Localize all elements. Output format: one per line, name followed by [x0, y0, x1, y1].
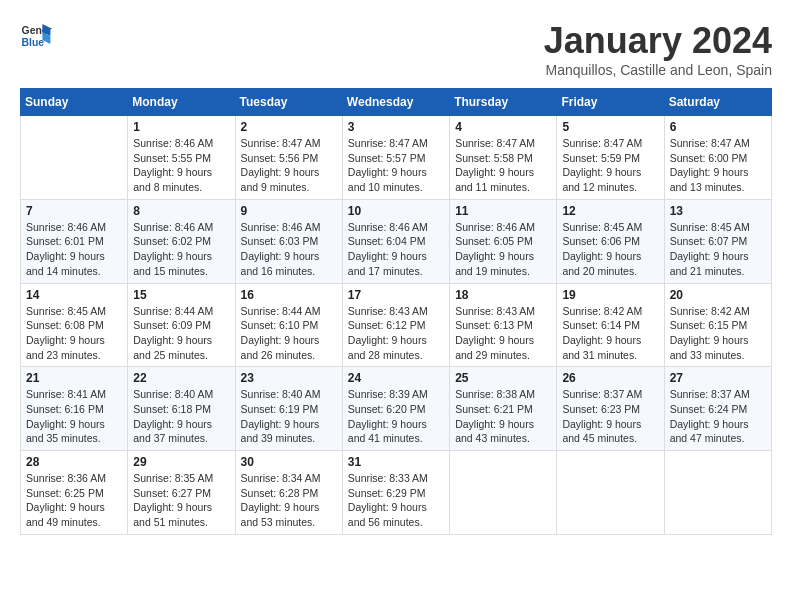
daylight-text: Daylight: 9 hours and 13 minutes.: [670, 165, 766, 194]
header-tuesday: Tuesday: [235, 89, 342, 116]
day-info: Sunrise: 8:47 AMSunset: 5:57 PMDaylight:…: [348, 136, 444, 195]
table-cell: 16Sunrise: 8:44 AMSunset: 6:10 PMDayligh…: [235, 283, 342, 367]
sunset-text: Sunset: 6:03 PM: [241, 234, 337, 249]
sunrise-text: Sunrise: 8:38 AM: [455, 387, 551, 402]
day-info: Sunrise: 8:40 AMSunset: 6:18 PMDaylight:…: [133, 387, 229, 446]
table-cell: 23Sunrise: 8:40 AMSunset: 6:19 PMDayligh…: [235, 367, 342, 451]
sunset-text: Sunset: 5:55 PM: [133, 151, 229, 166]
day-number: 10: [348, 204, 444, 218]
day-info: Sunrise: 8:46 AMSunset: 5:55 PMDaylight:…: [133, 136, 229, 195]
sunrise-text: Sunrise: 8:46 AM: [348, 220, 444, 235]
daylight-text: Daylight: 9 hours and 39 minutes.: [241, 417, 337, 446]
table-cell: 29Sunrise: 8:35 AMSunset: 6:27 PMDayligh…: [128, 451, 235, 535]
week-row-5: 28Sunrise: 8:36 AMSunset: 6:25 PMDayligh…: [21, 451, 772, 535]
table-cell: 22Sunrise: 8:40 AMSunset: 6:18 PMDayligh…: [128, 367, 235, 451]
header-sunday: Sunday: [21, 89, 128, 116]
table-cell: 27Sunrise: 8:37 AMSunset: 6:24 PMDayligh…: [664, 367, 771, 451]
sunset-text: Sunset: 6:05 PM: [455, 234, 551, 249]
sunrise-text: Sunrise: 8:34 AM: [241, 471, 337, 486]
daylight-text: Daylight: 9 hours and 12 minutes.: [562, 165, 658, 194]
sunset-text: Sunset: 5:58 PM: [455, 151, 551, 166]
daylight-text: Daylight: 9 hours and 47 minutes.: [670, 417, 766, 446]
table-cell: 1Sunrise: 8:46 AMSunset: 5:55 PMDaylight…: [128, 116, 235, 200]
daylight-text: Daylight: 9 hours and 51 minutes.: [133, 500, 229, 529]
day-number: 5: [562, 120, 658, 134]
day-info: Sunrise: 8:44 AMSunset: 6:09 PMDaylight:…: [133, 304, 229, 363]
table-cell: 18Sunrise: 8:43 AMSunset: 6:13 PMDayligh…: [450, 283, 557, 367]
sunrise-text: Sunrise: 8:37 AM: [562, 387, 658, 402]
daylight-text: Daylight: 9 hours and 20 minutes.: [562, 249, 658, 278]
day-number: 8: [133, 204, 229, 218]
table-cell: 7Sunrise: 8:46 AMSunset: 6:01 PMDaylight…: [21, 199, 128, 283]
sunset-text: Sunset: 6:13 PM: [455, 318, 551, 333]
day-number: 11: [455, 204, 551, 218]
sunrise-text: Sunrise: 8:45 AM: [562, 220, 658, 235]
daylight-text: Daylight: 9 hours and 29 minutes.: [455, 333, 551, 362]
sunrise-text: Sunrise: 8:36 AM: [26, 471, 122, 486]
daylight-text: Daylight: 9 hours and 19 minutes.: [455, 249, 551, 278]
title-section: January 2024 Manquillos, Castille and Le…: [544, 20, 772, 78]
svg-text:Blue: Blue: [22, 37, 45, 48]
sunset-text: Sunset: 6:19 PM: [241, 402, 337, 417]
sunrise-text: Sunrise: 8:41 AM: [26, 387, 122, 402]
daylight-text: Daylight: 9 hours and 21 minutes.: [670, 249, 766, 278]
daylight-text: Daylight: 9 hours and 31 minutes.: [562, 333, 658, 362]
daylight-text: Daylight: 9 hours and 26 minutes.: [241, 333, 337, 362]
sunset-text: Sunset: 6:12 PM: [348, 318, 444, 333]
sunset-text: Sunset: 6:06 PM: [562, 234, 658, 249]
table-cell: 20Sunrise: 8:42 AMSunset: 6:15 PMDayligh…: [664, 283, 771, 367]
day-info: Sunrise: 8:38 AMSunset: 6:21 PMDaylight:…: [455, 387, 551, 446]
day-number: 16: [241, 288, 337, 302]
week-row-1: 1Sunrise: 8:46 AMSunset: 5:55 PMDaylight…: [21, 116, 772, 200]
day-info: Sunrise: 8:43 AMSunset: 6:12 PMDaylight:…: [348, 304, 444, 363]
day-info: Sunrise: 8:45 AMSunset: 6:08 PMDaylight:…: [26, 304, 122, 363]
day-number: 29: [133, 455, 229, 469]
day-info: Sunrise: 8:42 AMSunset: 6:14 PMDaylight:…: [562, 304, 658, 363]
day-number: 23: [241, 371, 337, 385]
day-info: Sunrise: 8:47 AMSunset: 5:59 PMDaylight:…: [562, 136, 658, 195]
day-number: 6: [670, 120, 766, 134]
daylight-text: Daylight: 9 hours and 37 minutes.: [133, 417, 229, 446]
sunset-text: Sunset: 6:10 PM: [241, 318, 337, 333]
sunset-text: Sunset: 6:29 PM: [348, 486, 444, 501]
header-thursday: Thursday: [450, 89, 557, 116]
week-row-2: 7Sunrise: 8:46 AMSunset: 6:01 PMDaylight…: [21, 199, 772, 283]
daylight-text: Daylight: 9 hours and 14 minutes.: [26, 249, 122, 278]
day-number: 12: [562, 204, 658, 218]
header-wednesday: Wednesday: [342, 89, 449, 116]
sunrise-text: Sunrise: 8:47 AM: [348, 136, 444, 151]
table-cell: 25Sunrise: 8:38 AMSunset: 6:21 PMDayligh…: [450, 367, 557, 451]
sunrise-text: Sunrise: 8:46 AM: [133, 220, 229, 235]
week-row-3: 14Sunrise: 8:45 AMSunset: 6:08 PMDayligh…: [21, 283, 772, 367]
sunrise-text: Sunrise: 8:40 AM: [241, 387, 337, 402]
daylight-text: Daylight: 9 hours and 28 minutes.: [348, 333, 444, 362]
day-info: Sunrise: 8:47 AMSunset: 5:58 PMDaylight:…: [455, 136, 551, 195]
sunrise-text: Sunrise: 8:45 AM: [670, 220, 766, 235]
daylight-text: Daylight: 9 hours and 41 minutes.: [348, 417, 444, 446]
table-cell: 11Sunrise: 8:46 AMSunset: 6:05 PMDayligh…: [450, 199, 557, 283]
sunset-text: Sunset: 6:07 PM: [670, 234, 766, 249]
table-cell: 19Sunrise: 8:42 AMSunset: 6:14 PMDayligh…: [557, 283, 664, 367]
day-info: Sunrise: 8:46 AMSunset: 6:02 PMDaylight:…: [133, 220, 229, 279]
sunrise-text: Sunrise: 8:47 AM: [670, 136, 766, 151]
day-info: Sunrise: 8:46 AMSunset: 6:04 PMDaylight:…: [348, 220, 444, 279]
sunrise-text: Sunrise: 8:42 AM: [670, 304, 766, 319]
calendar-subtitle: Manquillos, Castille and Leon, Spain: [544, 62, 772, 78]
table-cell: 4Sunrise: 8:47 AMSunset: 5:58 PMDaylight…: [450, 116, 557, 200]
logo-icon: General Blue: [20, 20, 52, 52]
header-friday: Friday: [557, 89, 664, 116]
daylight-text: Daylight: 9 hours and 16 minutes.: [241, 249, 337, 278]
daylight-text: Daylight: 9 hours and 11 minutes.: [455, 165, 551, 194]
table-cell: [21, 116, 128, 200]
day-info: Sunrise: 8:41 AMSunset: 6:16 PMDaylight:…: [26, 387, 122, 446]
sunrise-text: Sunrise: 8:43 AM: [455, 304, 551, 319]
day-number: 15: [133, 288, 229, 302]
daylight-text: Daylight: 9 hours and 33 minutes.: [670, 333, 766, 362]
daylight-text: Daylight: 9 hours and 8 minutes.: [133, 165, 229, 194]
day-number: 4: [455, 120, 551, 134]
table-cell: 12Sunrise: 8:45 AMSunset: 6:06 PMDayligh…: [557, 199, 664, 283]
sunset-text: Sunset: 6:01 PM: [26, 234, 122, 249]
calendar-table: Sunday Monday Tuesday Wednesday Thursday…: [20, 88, 772, 535]
sunset-text: Sunset: 6:23 PM: [562, 402, 658, 417]
day-number: 26: [562, 371, 658, 385]
